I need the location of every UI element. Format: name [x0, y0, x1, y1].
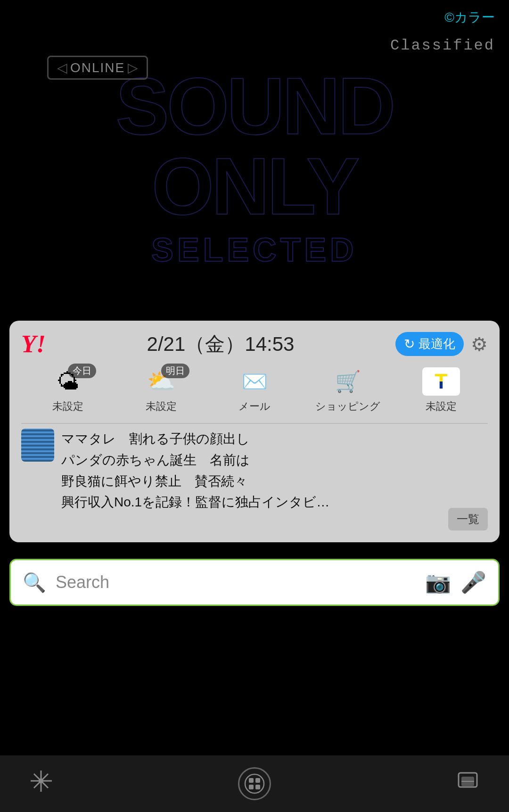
t-icon: T [435, 370, 448, 393]
selected-text: SELECTED [151, 231, 357, 269]
widget-icons-row: 🌤 今日 未設定 ⛅ 明日 未設定 ✉️ メール 🛒 ショッピング [21, 367, 488, 414]
search-icon: 🔍 [23, 572, 46, 594]
yahoo-logo: Y! [21, 330, 46, 358]
widget-icon-today[interactable]: 🌤 今日 未設定 [26, 367, 110, 414]
yahoo-header: Y! 2/21（金）14:53 ↻ 最適化 ⚙ [21, 330, 488, 358]
top-section: ©カラー ◁ ONLINE ▷ Classified SOUND ONLY SE… [0, 0, 509, 321]
yahoo-widget: Y! 2/21（金）14:53 ↻ 最適化 ⚙ 🌤 今日 未設定 ⛅ 明日 未設… [9, 321, 500, 542]
nav-grid-icon[interactable] [238, 767, 271, 800]
optimize-icon: ↻ [404, 336, 415, 352]
mail-icon: ✉️ [242, 369, 268, 394]
t-label: 未設定 [426, 399, 457, 414]
svg-rect-6 [249, 778, 254, 783]
widget-icon-t[interactable]: T 未設定 [399, 367, 483, 414]
news-item-1[interactable]: ママタレ 割れる子供の顔出し [61, 429, 488, 450]
today-label: 未設定 [52, 399, 83, 414]
svg-point-4 [39, 779, 43, 783]
svg-rect-9 [255, 785, 260, 789]
sound-text-line1: SOUND [116, 66, 394, 146]
badge-online-text: ONLINE [70, 60, 125, 75]
microphone-icon[interactable]: 🎤 [460, 570, 486, 595]
shopping-label: ショッピング [315, 399, 380, 414]
svg-rect-7 [255, 778, 260, 783]
news-thumbnail [21, 429, 54, 462]
badge-arrow-left: ◁ [57, 60, 67, 75]
mail-icon-wrap: ✉️ [236, 367, 273, 396]
mail-label: メール [238, 399, 271, 414]
classified-text: Classified [390, 37, 495, 54]
copyright-text: ©カラー [444, 8, 495, 26]
nav-layers-icon[interactable] [455, 768, 481, 800]
news-thumb-inner [21, 429, 54, 462]
svg-rect-8 [249, 785, 254, 789]
shopping-icon-wrap: 🛒 [329, 367, 367, 396]
widget-divider [21, 423, 488, 424]
yahoo-date-time: 2/21（金）14:53 [147, 331, 295, 357]
news-item-2[interactable]: パンダの赤ちゃん誕生 名前は [61, 450, 488, 471]
t-icon-wrap: T [422, 367, 460, 396]
today-badge: 今日 [68, 364, 96, 378]
svg-point-5 [245, 774, 264, 793]
news-item-3[interactable]: 野良猫に餌やり禁止 賛否続々 [61, 471, 488, 492]
sound-only-container: SOUND ONLY SELECTED [116, 66, 394, 269]
widget-icon-tomorrow[interactable]: ⛅ 明日 未設定 [119, 367, 203, 414]
camera-icon[interactable]: 📷 [425, 570, 451, 595]
tomorrow-label: 未設定 [146, 399, 177, 414]
optimize-label: 最適化 [419, 336, 455, 352]
tomorrow-weather-wrap: ⛅ 明日 [142, 367, 180, 396]
news-list: ママタレ 割れる子供の顔出し パンダの赤ちゃん誕生 名前は 野良猫に餌やり禁止 … [61, 429, 488, 513]
settings-icon[interactable]: ⚙ [471, 333, 488, 355]
bottom-nav [0, 755, 509, 812]
widget-icon-shopping[interactable]: 🛒 ショッピング [306, 367, 390, 414]
badge-arrow-right: ▷ [128, 60, 138, 75]
search-bar[interactable]: 🔍 Search 📷 🎤 [9, 559, 500, 606]
nav-sparkle-icon[interactable] [28, 768, 54, 800]
today-weather-wrap: 🌤 今日 [49, 367, 87, 396]
search-input[interactable]: Search [56, 572, 416, 592]
news-more-button[interactable]: 一覧 [448, 508, 488, 530]
tomorrow-badge: 明日 [161, 364, 189, 378]
sound-text-line2: ONLY [152, 146, 358, 226]
yahoo-right-controls: ↻ 最適化 ⚙ [395, 332, 488, 356]
optimize-button[interactable]: ↻ 最適化 [395, 332, 464, 356]
news-section: ママタレ 割れる子供の顔出し パンダの赤ちゃん誕生 名前は 野良猫に餌やり禁止 … [21, 429, 488, 513]
online-badge: ◁ ONLINE ▷ [47, 56, 148, 80]
widget-icon-mail[interactable]: ✉️ メール [213, 367, 296, 414]
shopping-cart-icon: 🛒 [335, 369, 361, 394]
news-item-4[interactable]: 興行収入No.1を記録！監督に独占インタビ… [61, 492, 488, 513]
